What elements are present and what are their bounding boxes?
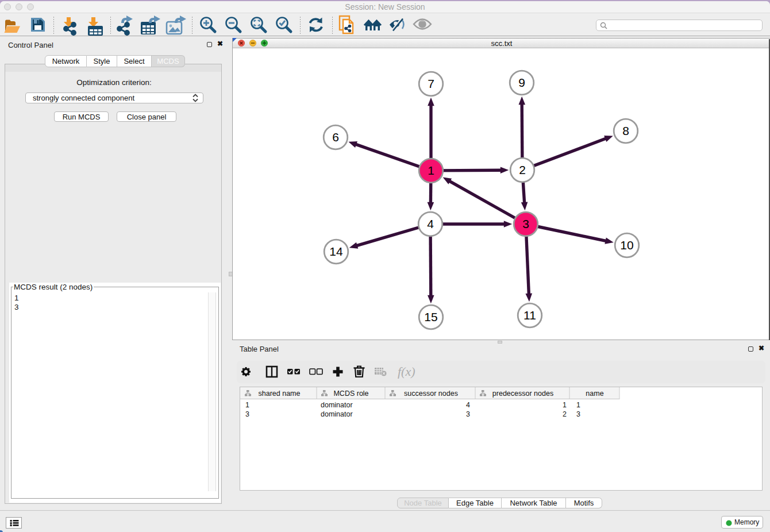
svg-text:6: 6 [332, 130, 339, 144]
svg-text:MCDS role: MCDS role [333, 390, 368, 398]
svg-text:shared name: shared name [259, 390, 301, 398]
svg-text:10: 10 [620, 238, 633, 252]
svg-text:dominator: dominator [321, 410, 353, 418]
svg-text:11: 11 [523, 309, 536, 322]
svg-text:1: 1 [576, 401, 580, 409]
svg-text:1: 1 [428, 164, 434, 177]
svg-text:dominator: dominator [321, 401, 353, 409]
svg-text:4: 4 [466, 401, 470, 409]
svg-text:2: 2 [519, 163, 526, 176]
svg-text:predecessor nodes: predecessor nodes [492, 390, 553, 398]
svg-text:name: name [586, 390, 603, 398]
svg-text:2: 2 [563, 410, 567, 418]
svg-text:15: 15 [424, 310, 437, 323]
svg-text:1: 1 [245, 401, 249, 409]
svg-text:successor nodes: successor nodes [404, 390, 458, 398]
svg-text:1: 1 [563, 401, 567, 409]
svg-text:3: 3 [522, 217, 529, 230]
svg-text:3: 3 [576, 410, 580, 418]
svg-text:3: 3 [245, 410, 249, 418]
svg-text:14: 14 [329, 245, 343, 258]
svg-text:7: 7 [428, 77, 434, 90]
svg-text:f(x): f(x) [398, 364, 415, 379]
svg-text:4: 4 [427, 217, 434, 230]
svg-text:8: 8 [622, 124, 629, 137]
svg-text:9: 9 [518, 76, 525, 89]
svg-text:3: 3 [466, 410, 470, 418]
